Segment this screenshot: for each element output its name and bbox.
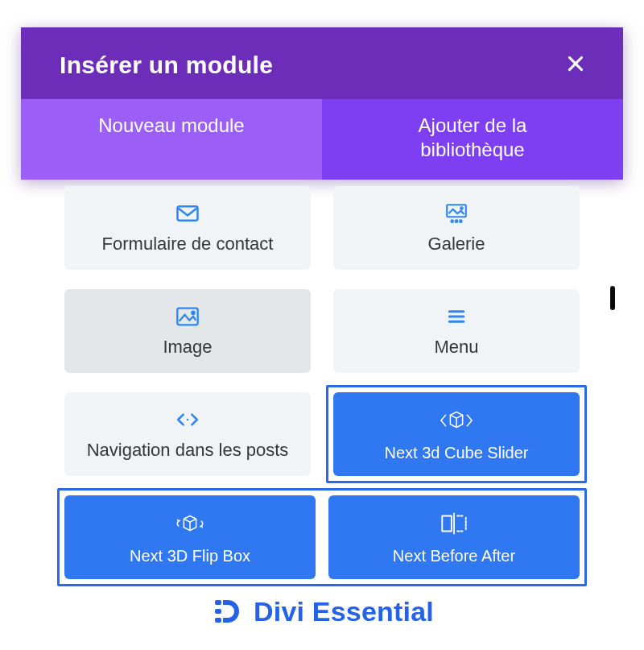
module-label: Galerie [345, 234, 568, 255]
modal-title: Insérer un module [60, 52, 273, 79]
brand-name: Divi Essential [254, 596, 434, 627]
module-label: Menu [345, 337, 568, 358]
module-label: Image [76, 337, 299, 358]
svg-point-7 [460, 220, 462, 222]
highlighted-row: Next 3D Flip Box Next Before After [57, 488, 587, 586]
module-label: Next Before After [393, 547, 515, 565]
svg-rect-8 [177, 308, 197, 325]
modal-header: Insérer un module Nouveau module Ajouter… [21, 27, 623, 180]
svg-point-9 [192, 312, 194, 314]
svg-rect-3 [447, 205, 466, 217]
gallery-icon [444, 201, 469, 226]
module-next-3d-flip-box[interactable]: Next 3D Flip Box [64, 495, 316, 579]
close-button[interactable] [560, 48, 591, 81]
module-image[interactable]: Image [64, 289, 311, 373]
module-label: Next 3D Flip Box [130, 547, 250, 565]
tab-add-from-library[interactable]: Ajouter de la bibliothèque [322, 99, 623, 180]
image-icon [175, 304, 200, 329]
module-grid: Formulaire de contact Galerie [64, 186, 580, 579]
mail-icon [175, 201, 200, 226]
svg-rect-18 [215, 600, 221, 605]
svg-rect-20 [215, 618, 221, 623]
modal-title-row: Insérer un module [21, 27, 623, 99]
module-label: Navigation dans les posts [76, 440, 299, 461]
tab-new-module[interactable]: Nouveau module [21, 99, 322, 180]
module-list: Formulaire de contact Galerie [21, 180, 623, 579]
svg-point-4 [460, 207, 463, 209]
svg-point-5 [451, 220, 453, 222]
brand-footer: Divi Essential [0, 595, 644, 627]
module-next-before-after[interactable]: Next Before After [328, 495, 580, 579]
before-after-icon [437, 510, 471, 537]
module-label: Formulaire de contact [76, 234, 299, 255]
code-icon [175, 408, 200, 432]
highlighted-module-wrap: Next 3d Cube Slider [326, 385, 587, 483]
tab-label: Nouveau module [98, 114, 244, 136]
tab-label: Ajouter de la bibliothèque [419, 114, 527, 160]
scrollbar-thumb[interactable] [610, 286, 615, 310]
module-next-3d-cube-slider[interactable]: Next 3d Cube Slider [333, 392, 580, 476]
module-post-navigation[interactable]: Navigation dans les posts [64, 392, 311, 476]
svg-point-6 [456, 220, 458, 222]
cube-code-icon [440, 407, 473, 434]
svg-rect-19 [215, 609, 221, 614]
brand-logo-icon [210, 595, 242, 627]
svg-rect-2 [178, 206, 198, 221]
close-icon [565, 53, 586, 77]
module-contact-form[interactable]: Formulaire de contact [64, 186, 311, 270]
module-label: Next 3d Cube Slider [385, 444, 529, 462]
menu-icon [444, 304, 469, 329]
module-menu[interactable]: Menu [333, 289, 580, 373]
tabs: Nouveau module Ajouter de la bibliothèqu… [21, 99, 623, 180]
svg-point-13 [187, 419, 188, 420]
cube-rotate-icon [173, 510, 207, 537]
insert-module-modal: Insérer un module Nouveau module Ajouter… [21, 27, 623, 579]
module-gallery[interactable]: Galerie [333, 186, 580, 270]
